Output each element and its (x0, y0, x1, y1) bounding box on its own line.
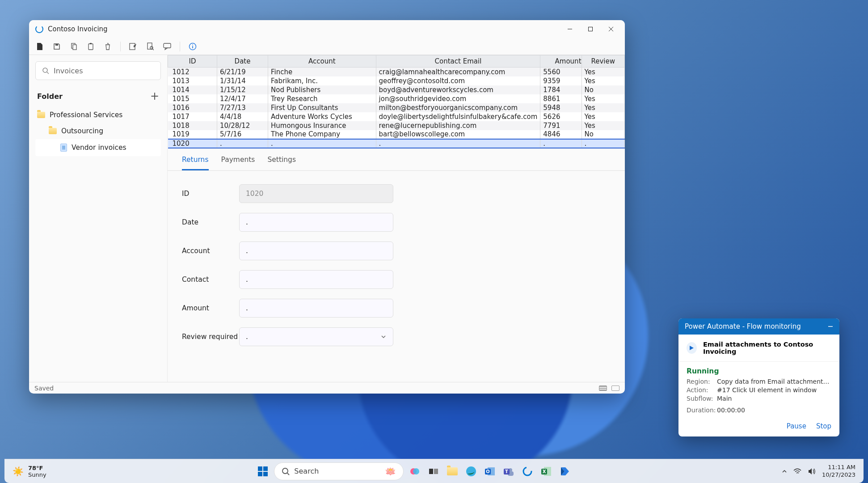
cell-review[interactable]: . (581, 139, 624, 148)
stop-button[interactable]: Stop (816, 422, 831, 430)
wifi-icon[interactable] (793, 468, 801, 475)
save-icon[interactable] (52, 42, 61, 51)
table-row[interactable]: 10126/21/19Finchecraig@lamnahealthcareco… (168, 68, 625, 76)
table-row[interactable]: 10174/4/18Adventure Works Cyclesdoyle@li… (168, 112, 625, 121)
power-automate-icon[interactable] (557, 464, 573, 479)
field-review-dropdown[interactable]: . (239, 327, 393, 346)
taskbar[interactable]: ☀️ 78°F Sunny Search 🪷 O T X 11:11 AM 10… (4, 459, 864, 483)
cell-id[interactable]: 1013 (168, 76, 217, 85)
search-input[interactable]: Invoices (35, 61, 161, 80)
cell-amount[interactable]: 8861 (540, 94, 581, 103)
cell-amount[interactable]: 5626 (540, 112, 581, 121)
cell-date[interactable]: 4/4/18 (217, 112, 268, 121)
cell-id[interactable]: 1017 (168, 112, 217, 121)
field-amount[interactable]: . (239, 299, 393, 318)
table-row[interactable]: 101512/4/17Trey Researchjon@southridgevi… (168, 94, 625, 103)
edge-icon[interactable] (463, 464, 479, 479)
minimize-button[interactable] (560, 20, 580, 38)
cell-amount[interactable]: 5560 (540, 68, 581, 76)
cell-account[interactable]: Finche (268, 68, 376, 76)
view-mode-compact-icon[interactable] (599, 386, 607, 391)
edit-form-icon[interactable] (129, 42, 138, 51)
table-row[interactable]: 10167/27/13First Up Consultantsmilton@be… (168, 103, 625, 112)
info-icon[interactable] (188, 42, 197, 51)
cell-email[interactable]: craig@lamnahealthcarecompany.com (376, 68, 540, 76)
cell-date[interactable]: . (217, 139, 268, 148)
delete-icon[interactable] (103, 42, 112, 51)
table-row[interactable]: 10131/31/14Fabrikam, Inc.geoffrey@contos… (168, 76, 625, 85)
cell-review[interactable]: Yes (581, 68, 624, 76)
cell-email[interactable]: milton@bestforyouorganicscompany.com (376, 103, 540, 112)
comment-icon[interactable] (163, 42, 172, 51)
view-mode-single-icon[interactable] (611, 386, 619, 391)
tree-item-professional-services[interactable]: Professional Services (35, 107, 161, 123)
col-header-email[interactable]: Contact Email (376, 55, 540, 68)
col-header-id[interactable]: ID (168, 55, 217, 68)
cell-id[interactable]: 1014 (168, 85, 217, 94)
cell-amount[interactable]: 5948 (540, 103, 581, 112)
titlebar[interactable]: Contoso Invoicing (29, 20, 625, 38)
paste-icon[interactable] (86, 42, 95, 51)
cell-amount[interactable]: 7791 (540, 121, 581, 130)
find-in-page-icon[interactable] (146, 42, 155, 51)
maximize-button[interactable] (580, 20, 601, 38)
cell-id[interactable]: 1016 (168, 103, 217, 112)
cell-account[interactable]: Humongous Insurance (268, 121, 376, 130)
cell-id[interactable]: 1012 (168, 68, 217, 76)
col-header-amount[interactable]: Amount (540, 55, 581, 68)
cell-account[interactable]: Adventure Works Cycles (268, 112, 376, 121)
taskbar-search[interactable]: Search 🪷 (274, 462, 404, 480)
cell-email[interactable]: boyd@adventureworkscycles.com (376, 85, 540, 94)
pause-button[interactable]: Pause (787, 422, 806, 430)
flow-monitor-titlebar[interactable]: Power Automate - Flow monitoring (678, 318, 839, 335)
cell-date[interactable]: 7/27/13 (217, 103, 268, 112)
start-button[interactable] (255, 464, 270, 479)
cell-account[interactable]: The Phone Company (268, 130, 376, 139)
cell-email[interactable]: geoffrey@contosoltd.com (376, 76, 540, 85)
cell-amount[interactable]: 1784 (540, 85, 581, 94)
col-header-account[interactable]: Account (268, 55, 376, 68)
cell-review[interactable]: No (581, 85, 624, 94)
cell-review[interactable]: Yes (581, 103, 624, 112)
task-view-icon[interactable] (426, 464, 441, 479)
cell-account[interactable]: Nod Publishers (268, 85, 376, 94)
cell-account[interactable]: First Up Consultants (268, 103, 376, 112)
tab-settings[interactable]: Settings (267, 156, 296, 170)
file-explorer-icon[interactable] (445, 464, 460, 479)
close-button[interactable] (601, 20, 621, 38)
clock[interactable]: 11:11 AM 10/27/2023 (822, 464, 855, 479)
copilot-icon[interactable] (407, 464, 422, 479)
excel-icon[interactable]: X (539, 464, 554, 479)
col-header-date[interactable]: Date (217, 55, 268, 68)
copy-icon[interactable] (69, 42, 78, 51)
table-row[interactable]: 1020..... (168, 139, 625, 148)
cell-review[interactable]: Yes (581, 112, 624, 121)
invoice-grid[interactable]: ID Date Account Contact Email Amount Rev… (168, 55, 625, 148)
cell-account[interactable]: . (268, 139, 376, 148)
col-header-review[interactable]: Review (581, 55, 624, 68)
field-date[interactable]: . (239, 213, 393, 232)
new-file-icon[interactable] (35, 42, 44, 51)
cell-id[interactable]: 1015 (168, 94, 217, 103)
cell-id[interactable]: 1020 (168, 139, 217, 148)
cell-email[interactable]: doyle@libertysdelightfulsinfulbakery&caf… (376, 112, 540, 121)
teams-icon[interactable]: T (501, 464, 516, 479)
cell-email[interactable]: jon@southridgevideo.com (376, 94, 540, 103)
contoso-app-icon[interactable] (520, 464, 535, 479)
field-contact[interactable]: . (239, 270, 393, 289)
cell-date[interactable]: 10/28/12 (217, 121, 268, 130)
tree-item-vendor-invoices[interactable]: Vendor invoices (35, 139, 161, 156)
tray-chevron-icon[interactable] (782, 469, 787, 474)
cell-amount[interactable]: 4846 (540, 130, 581, 139)
cell-date[interactable]: 1/15/12 (217, 85, 268, 94)
speaker-icon[interactable] (808, 468, 816, 475)
cell-review[interactable]: Yes (581, 121, 624, 130)
outlook-icon[interactable]: O (482, 464, 497, 479)
cell-date[interactable]: 6/21/19 (217, 68, 268, 76)
field-account[interactable]: . (239, 242, 393, 260)
cell-date[interactable]: 1/31/14 (217, 76, 268, 85)
tab-returns[interactable]: Returns (182, 156, 209, 170)
cell-date[interactable]: 12/4/17 (217, 94, 268, 103)
cell-id[interactable]: 1018 (168, 121, 217, 130)
cell-date[interactable]: 5/7/16 (217, 130, 268, 139)
